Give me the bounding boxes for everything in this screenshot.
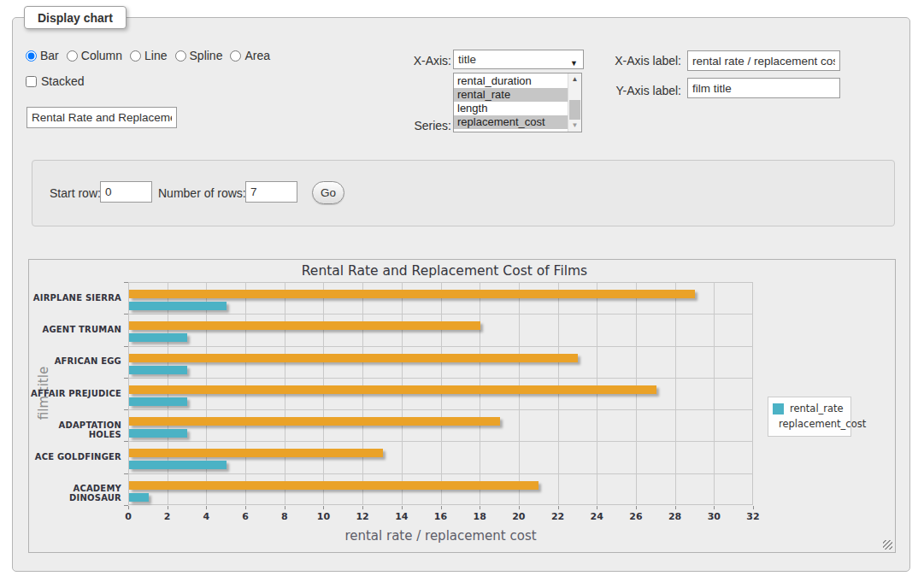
chart-type-radio-bar[interactable] [26, 50, 37, 62]
chart-legend: rental_ratereplacement_cost [768, 397, 851, 437]
x-axis-tick-label: 12 [345, 511, 380, 522]
category-label: AGENT TRUMAN [29, 325, 121, 334]
chart-type-option-area[interactable]: Area [230, 49, 270, 62]
chart-type-radio-spline[interactable] [175, 50, 186, 62]
x-axis-tick [323, 506, 324, 509]
x-axis-selected-value: title [458, 53, 476, 66]
chart-resize-handle[interactable] [883, 540, 892, 550]
stacked-option[interactable]: Stacked [26, 74, 85, 88]
chart-type-option-column[interactable]: Column [67, 49, 122, 62]
y-axis-label-field-label: Y-Axis label: [577, 84, 681, 97]
number-of-rows-input[interactable] [245, 181, 297, 203]
x-axis-tick-label: 16 [424, 511, 458, 522]
x-axis-tick [519, 506, 520, 509]
row-range-panel: Start row: Number of rows: Go [32, 160, 895, 226]
y-axis-tick [124, 441, 128, 442]
x-axis-tick [753, 506, 754, 509]
x-axis-tick-label: 4 [189, 511, 223, 522]
chart-type-option-label: Bar [40, 49, 59, 62]
x-axis-tick [636, 506, 637, 509]
category-label: ACADEMY DINOSAUR [29, 484, 121, 503]
chart-type-option-label: Spline [190, 49, 223, 62]
legend-label: rental_rate [790, 403, 844, 414]
y-axis-tick [124, 314, 128, 315]
category-label: AIRPLANE SIERRA [29, 293, 121, 303]
series-scrollbar[interactable]: ▲ ▼ [568, 73, 581, 132]
x-axis-tick-label: 24 [580, 511, 614, 522]
category-label: ADAPTATION HOLES [29, 420, 121, 439]
bar-replacement_cost [129, 385, 656, 394]
chart-type-option-label: Area [244, 49, 270, 62]
legend-swatch-rental_rate [773, 403, 784, 414]
series-option-rental_duration[interactable]: rental_duration [454, 74, 568, 88]
scrollbar-down-button[interactable]: ▼ [568, 120, 581, 132]
bar-replacement_cost [129, 481, 539, 490]
y-axis-label-input[interactable] [687, 78, 840, 98]
series-option-replacement_cost[interactable]: replacement_cost [454, 115, 568, 129]
x-axis-tick [402, 506, 403, 509]
bar-replacement_cost [129, 354, 578, 362]
x-axis-tick [558, 506, 559, 509]
x-axis-tick [441, 506, 442, 509]
chart-type-radio-column[interactable] [67, 50, 78, 62]
start-row-label: Start row: [50, 186, 101, 200]
legend-item: rental_rate [773, 401, 850, 416]
go-button[interactable]: Go [312, 181, 344, 204]
series-option-list: rental_durationrental_ratelengthreplacem… [454, 74, 568, 129]
x-axis-tick-label: 2 [150, 511, 185, 522]
bar-replacement_cost [129, 321, 480, 330]
x-axis-tick-label: 32 [736, 511, 770, 522]
chart-type-radio-line[interactable] [130, 50, 141, 62]
x-axis-tick-label: 14 [385, 511, 419, 522]
gridline-horizontal [128, 378, 753, 379]
x-axis-label-field-label: X-Axis label: [577, 54, 681, 68]
category-label: AFRICAN EGG [29, 356, 121, 366]
fieldset-legend-title: Display chart [24, 6, 127, 29]
series-label: Series: [355, 119, 451, 132]
x-axis-tick [285, 506, 285, 509]
chart-type-option-line[interactable]: Line [130, 49, 167, 62]
number-of-rows-label: Number of rows: [158, 186, 246, 200]
bar-rental_rate [129, 397, 187, 406]
start-row-input[interactable] [100, 181, 152, 203]
x-axis-tick-label: 8 [268, 511, 302, 522]
bar-rental_rate [129, 366, 187, 374]
app-window: BarColumnLineSplineArea Stacked X-Axis: … [0, 0, 924, 582]
y-axis-tick [124, 282, 128, 283]
x-axis-tick-label: 28 [658, 511, 692, 522]
x-axis-tick [128, 506, 129, 509]
gridline-vertical [714, 282, 715, 505]
bar-rental_rate [129, 429, 187, 438]
legend-item: replacement_cost [773, 416, 850, 432]
scrollbar-thumb[interactable] [569, 100, 580, 120]
x-axis-label-input[interactable] [687, 50, 840, 71]
bar-rental_rate [129, 493, 149, 502]
chart-type-option-spline[interactable]: Spline [175, 49, 223, 62]
x-axis-tick-label: 10 [306, 511, 340, 522]
chart-type-radio-group: BarColumnLineSplineArea [26, 49, 278, 62]
x-axis-tick-label: 18 [462, 511, 497, 522]
gridline-horizontal [128, 314, 753, 315]
stacked-checkbox[interactable] [26, 76, 37, 87]
bar-rental_rate [129, 333, 187, 342]
x-axis-tick [206, 506, 207, 509]
chart-title-input[interactable] [26, 107, 177, 128]
bar-rental_rate [129, 302, 227, 310]
x-axis-select[interactable]: title ▼ [453, 50, 584, 69]
chart-type-option-bar[interactable]: Bar [26, 49, 59, 62]
series-option-rental_rate[interactable]: rental_rate [454, 88, 568, 102]
x-axis-tick-label: 30 [697, 511, 731, 522]
gridline-vertical [675, 282, 676, 505]
gridline-horizontal [128, 346, 753, 347]
chart-type-radio-area[interactable] [230, 50, 241, 62]
x-axis-tick [168, 506, 168, 509]
series-option-length[interactable]: length [454, 102, 568, 115]
series-multiselect[interactable]: rental_durationrental_ratelengthreplacem… [453, 73, 582, 132]
x-axis-tick [480, 506, 480, 509]
x-axis-tick [362, 506, 363, 509]
x-axis-label: X-Axis: [355, 54, 451, 68]
category-label: ACE GOLDFINGER [29, 452, 121, 461]
gridline-horizontal [128, 473, 753, 474]
legend-label: replacement_cost [779, 418, 866, 430]
x-axis-tick [245, 506, 246, 509]
